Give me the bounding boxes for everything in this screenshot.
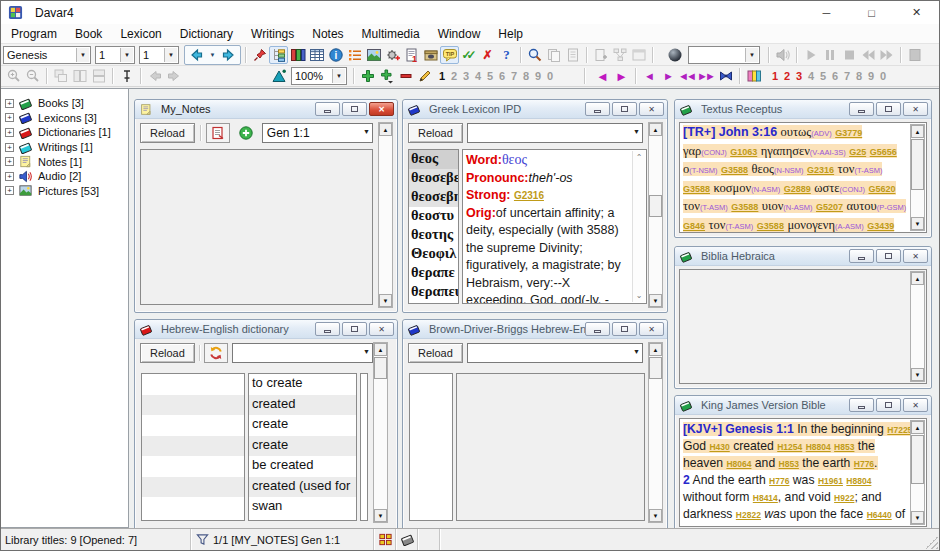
- gear-icon[interactable]: [383, 46, 402, 64]
- scrollbar[interactable]: ▲▼: [910, 420, 925, 525]
- tilev-icon[interactable]: [70, 67, 89, 85]
- scrollbar[interactable]: ▲▼: [910, 124, 925, 231]
- verse-number-0[interactable]: 0: [544, 70, 556, 82]
- verse-select[interactable]: 1▼: [139, 46, 179, 64]
- pushpin-icon[interactable]: [250, 46, 269, 64]
- copy-icon[interactable]: [544, 46, 563, 64]
- scrollbar[interactable]: ▲▼: [910, 271, 925, 382]
- nav-dropdown[interactable]: ▼: [207, 46, 218, 64]
- list-icon[interactable]: [345, 46, 364, 64]
- strongs-link[interactable]: G1063: [730, 147, 757, 157]
- scrollbar[interactable]: ▲▼: [373, 342, 388, 523]
- expand-icon[interactable]: +: [5, 128, 14, 137]
- close-button[interactable]: ✕: [369, 322, 394, 336]
- dictionary-cell[interactable]: [142, 374, 244, 395]
- close-button[interactable]: ✕: [903, 398, 928, 412]
- expand-icon[interactable]: +: [5, 157, 14, 166]
- refresh-icon-button[interactable]: [204, 343, 228, 363]
- strongs-link[interactable]: H8804: [846, 476, 871, 486]
- back-icon[interactable]: [145, 67, 164, 85]
- menu-book[interactable]: Book: [66, 25, 111, 43]
- minimize-button[interactable]: [315, 102, 340, 116]
- strongs-link[interactable]: H1254: [777, 442, 802, 452]
- tileh-icon[interactable]: [89, 67, 108, 85]
- menu-help[interactable]: Help: [489, 25, 532, 43]
- definition-scrollbar[interactable]: ⌃⌄: [632, 151, 645, 302]
- strongs-link[interactable]: H6440: [867, 510, 892, 520]
- search-combo[interactable]: ▼: [467, 123, 643, 143]
- dictionary-entry[interactable]: to create: [249, 374, 356, 395]
- definition-panel[interactable]: Word:θεοςPronounc:theh'-osStrong: G2316O…: [462, 149, 647, 304]
- strongs-link[interactable]: H1961: [818, 476, 843, 486]
- menu-notes[interactable]: Notes: [303, 25, 352, 43]
- strongs-link[interactable]: G3588: [683, 184, 710, 194]
- dictionary-entry[interactable]: swan: [249, 497, 356, 518]
- reload-button[interactable]: Reload: [408, 343, 463, 363]
- question-icon[interactable]: ?: [497, 46, 516, 64]
- flow-icon[interactable]: [610, 46, 629, 64]
- expand-icon[interactable]: +: [5, 186, 14, 195]
- ffwd-icon[interactable]: [877, 46, 896, 64]
- close-button[interactable]: ✕: [903, 102, 928, 116]
- strongs-link[interactable]: G5207: [816, 202, 843, 212]
- notes-content[interactable]: [140, 149, 373, 305]
- greek-lexicon-titlebar[interactable]: Greek Lexicon IPD ✕: [403, 100, 667, 119]
- minimize-button[interactable]: [585, 322, 610, 336]
- maximize-button[interactable]: [342, 102, 367, 116]
- verse-number-3[interactable]: 3: [460, 70, 472, 82]
- verse-number-7[interactable]: 7: [841, 70, 853, 82]
- expand-icon[interactable]: +: [5, 172, 14, 181]
- strongs-link[interactable]: G5656: [870, 147, 897, 157]
- fwd-icon[interactable]: [164, 67, 183, 85]
- verse-number-2[interactable]: 2: [781, 70, 793, 82]
- reload-button[interactable]: Reload: [140, 123, 195, 143]
- verse-number-4[interactable]: 4: [805, 70, 817, 82]
- maximize-button[interactable]: [876, 102, 901, 116]
- verse-number-6[interactable]: 6: [829, 70, 841, 82]
- close-button[interactable]: ✕: [639, 322, 664, 336]
- expand-icon[interactable]: +: [5, 113, 14, 122]
- dictionary-entry[interactable]: create: [249, 436, 356, 457]
- globe-icon[interactable]: [665, 46, 684, 64]
- next-arrow-button[interactable]: [218, 46, 240, 64]
- fit-icon[interactable]: [269, 67, 288, 85]
- dictionary-entry[interactable]: created (used for: [249, 477, 356, 498]
- pin2-icon[interactable]: [117, 67, 136, 85]
- reload-button[interactable]: Reload: [408, 123, 463, 143]
- scrollbar[interactable]: ▲▼: [648, 342, 663, 523]
- grid-icon[interactable]: [307, 46, 326, 64]
- media-select[interactable]: ▼: [688, 46, 760, 64]
- hebrew-column[interactable]: [141, 373, 245, 521]
- maximize-button[interactable]: □: [849, 1, 894, 24]
- verse-number-7[interactable]: 7: [508, 70, 520, 82]
- lexicon-word[interactable]: Θεοφιλ: [409, 245, 458, 264]
- pause-icon[interactable]: [820, 46, 839, 64]
- verse-number-9[interactable]: 9: [865, 70, 877, 82]
- verse-text[interactable]: [679, 269, 927, 384]
- verse-number-5[interactable]: 5: [484, 70, 496, 82]
- strongs-link[interactable]: G3588: [731, 202, 758, 212]
- box-icon[interactable]: [421, 46, 440, 64]
- tree-item-books[interactable]: +Books [3]: [1, 96, 128, 111]
- dictionary-cell[interactable]: [142, 415, 244, 436]
- dictionary-cell[interactable]: [142, 456, 244, 477]
- strongs-link[interactable]: G5620: [868, 184, 895, 194]
- strongs-link[interactable]: G3779: [835, 128, 862, 138]
- minimize-button[interactable]: [849, 398, 874, 412]
- zoom-select[interactable]: 100%▼: [291, 67, 347, 85]
- lexicon-word[interactable]: θεοτης: [409, 226, 458, 245]
- strongs-link[interactable]: G846: [683, 221, 705, 231]
- search-icon[interactable]: [525, 46, 544, 64]
- minimize-button[interactable]: [315, 322, 340, 336]
- strongs-link[interactable]: G3439: [867, 221, 894, 231]
- tip-icon[interactable]: TIP: [440, 46, 459, 64]
- tree-item-writings[interactable]: +Writings [1]: [1, 140, 128, 155]
- minimize-button[interactable]: [849, 249, 874, 263]
- biblia-titlebar[interactable]: Biblia Hebraica ✕: [675, 247, 931, 266]
- scrollbar[interactable]: ▲▼: [378, 122, 393, 308]
- search-combo[interactable]: ▼: [232, 343, 373, 363]
- chapter-select[interactable]: 1▼: [95, 46, 135, 64]
- lexicon-word[interactable]: θεραπευ: [409, 283, 458, 302]
- verse-number-4[interactable]: 4: [472, 70, 484, 82]
- bdb-titlebar[interactable]: Brown-Driver-Briggs Hebrew-Engli... ✕: [403, 320, 667, 339]
